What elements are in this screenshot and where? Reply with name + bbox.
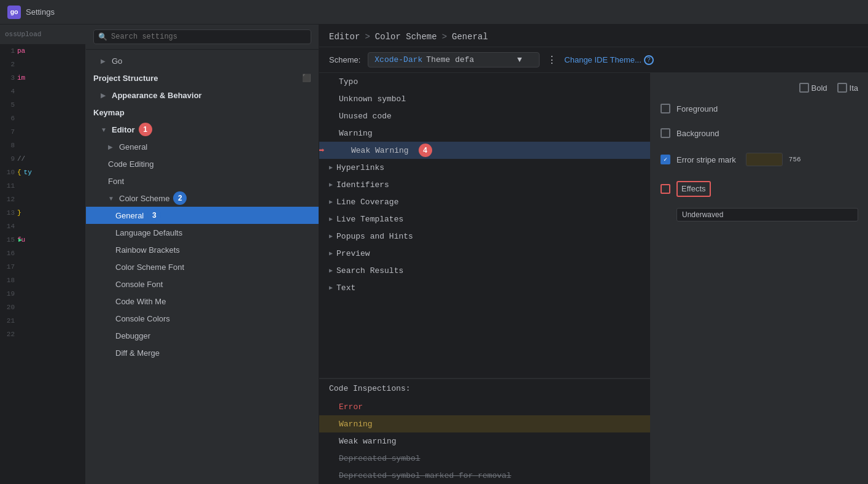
list-scroll: Typo Unknown symbol Unused code Warning bbox=[319, 73, 650, 378]
window-title: Settings bbox=[26, 7, 55, 17]
error-stripe-color[interactable] bbox=[746, 153, 783, 166]
code-line-3: 3 im bbox=[0, 71, 85, 85]
more-options-icon[interactable]: ⋮ bbox=[547, 54, 557, 66]
expand-icon: ▶ bbox=[329, 215, 333, 223]
sidebar-item-code-editing[interactable]: Code Editing bbox=[86, 155, 319, 172]
error-stripe-checkbox[interactable] bbox=[661, 155, 670, 164]
list-item-typo[interactable]: Typo bbox=[319, 73, 650, 90]
code-line-10: 10 { ty bbox=[0, 166, 85, 179]
sidebar-item-keymap[interactable]: Keymap bbox=[86, 104, 319, 121]
list-item-weak-warning[interactable]: ➡ Weak Warning 4 bbox=[319, 142, 650, 159]
code-line-21: 21 bbox=[0, 314, 85, 328]
code-line-22: 22 bbox=[0, 328, 85, 341]
list-panel: Typo Unknown symbol Unused code Warning bbox=[319, 73, 651, 484]
code-line-9: 9 // bbox=[0, 152, 85, 166]
code-line-6: 6 bbox=[0, 112, 85, 125]
list-item-text[interactable]: ▶ Text bbox=[319, 279, 650, 296]
background-checkbox[interactable] bbox=[661, 128, 670, 138]
expand-icon: ▶ bbox=[329, 198, 333, 206]
expand-icon: ▶ bbox=[329, 181, 333, 188]
list-item-search-results[interactable]: ▶ Search Results bbox=[319, 262, 650, 279]
sidebar-item-general[interactable]: ▶ General bbox=[86, 138, 319, 155]
sidebar-item-go[interactable]: ▶ Go bbox=[86, 52, 319, 69]
inspection-deprecated2[interactable]: Deprecated symbol marked for removal bbox=[319, 467, 650, 484]
code-line-18: 18 bbox=[0, 274, 85, 287]
list-item-identifiers[interactable]: ▶ Identifiers bbox=[319, 176, 650, 193]
list-item-unused-code[interactable]: Unused code bbox=[319, 107, 650, 125]
expand-icon: ▶ bbox=[329, 232, 333, 240]
sidebar-item-appearance[interactable]: ▶ Appearance & Behavior bbox=[86, 86, 319, 104]
code-inspections-header: Code Inspections: bbox=[319, 378, 650, 398]
effects-label-box: Effects bbox=[676, 181, 711, 197]
sidebar-item-editor[interactable]: ▼ Editor 1 bbox=[86, 121, 319, 138]
props-panel: Bold Ita Foreground bbox=[651, 73, 868, 484]
list-item-preview[interactable]: ▶ Preview bbox=[319, 245, 650, 262]
foreground-row: Foreground bbox=[661, 100, 858, 117]
effects-dropdown[interactable]: Underwaved bbox=[676, 208, 858, 221]
sidebar-item-code-with-me[interactable]: Code With Me bbox=[86, 293, 319, 310]
code-line-2: 2 bbox=[0, 58, 85, 71]
breadcrumb-general: General bbox=[452, 32, 488, 42]
code-sidebar: ossUpload 1 pa 2 3 im 4 5 6 7 8 9 // bbox=[0, 25, 86, 484]
change-theme-link[interactable]: Change IDE Theme... ? bbox=[564, 55, 654, 65]
italic-checkbox[interactable] bbox=[837, 83, 847, 93]
code-line-7: 7 bbox=[0, 125, 85, 139]
breadcrumb: Editor > Color Scheme > General bbox=[319, 25, 868, 47]
badge-1: 1 bbox=[139, 123, 152, 136]
inspection-error[interactable]: Error bbox=[319, 398, 650, 415]
sidebar-item-font[interactable]: Font bbox=[86, 172, 319, 190]
nav-scroll: ▶ Go Project Structure ⬛ ▶ Appearance & … bbox=[86, 50, 319, 484]
sidebar-item-console-colors[interactable]: Console Colors bbox=[86, 310, 319, 327]
arrow-icon: ➡ bbox=[319, 144, 325, 157]
sidebar-item-color-scheme-font[interactable]: Color Scheme Font bbox=[86, 258, 319, 275]
nav-tree: 🔍 ▶ Go Project Structure ⬛ ▶ Appearance … bbox=[86, 25, 319, 484]
scheme-row: Scheme: Xcode-Dark Theme defa ▼ ⋮ Change… bbox=[319, 47, 868, 73]
error-stripe-row: Error stripe mark 756 bbox=[661, 149, 858, 170]
sidebar-item-debugger[interactable]: Debugger bbox=[86, 327, 319, 344]
expand-icon: ▼ bbox=[101, 126, 108, 133]
list-item-warning[interactable]: Warning bbox=[319, 125, 650, 142]
sidebar-item-color-scheme[interactable]: ▼ Color Scheme 2 bbox=[86, 190, 319, 207]
inspection-warning[interactable]: Warning bbox=[319, 415, 650, 432]
background-label: Background bbox=[676, 129, 719, 138]
code-line-4: 4 bbox=[0, 85, 85, 98]
breadcrumb-sep-2: > bbox=[442, 32, 447, 42]
sidebar-item-diff-merge[interactable]: Diff & Merge bbox=[86, 344, 319, 361]
code-line-15: 15 ▶ fu bbox=[0, 233, 85, 247]
sidebar-item-console-font[interactable]: Console Font bbox=[86, 275, 319, 293]
sidebar-item-language-defaults[interactable]: Language Defaults bbox=[86, 224, 319, 241]
scheme-dropdown[interactable]: Xcode-Dark Theme defa ▼ bbox=[368, 52, 540, 67]
expand-icon: ▶ bbox=[101, 58, 108, 64]
foreground-label: Foreground bbox=[676, 104, 718, 113]
italic-label: Ita bbox=[850, 83, 858, 93]
expand-icon: ▶ bbox=[329, 250, 333, 257]
list-item-hyperlinks[interactable]: ▶ Hyperlinks bbox=[319, 159, 650, 176]
inspection-weak[interactable]: Weak warning bbox=[319, 432, 650, 450]
list-item-line-coverage[interactable]: ▶ Line Coverage bbox=[319, 193, 650, 210]
list-item-popups-hints[interactable]: ▶ Popups and Hints bbox=[319, 228, 650, 245]
bold-checkbox[interactable] bbox=[799, 83, 809, 93]
search-input[interactable] bbox=[93, 29, 311, 44]
color-value: 756 bbox=[789, 156, 801, 163]
sidebar-item-rainbow-brackets[interactable]: Rainbow Brackets bbox=[86, 241, 319, 258]
effects-dropdown-wrap: Underwaved bbox=[661, 208, 858, 221]
breadcrumb-editor: Editor bbox=[329, 32, 360, 42]
code-line-14: 14 bbox=[0, 220, 85, 233]
foreground-checkbox[interactable] bbox=[661, 104, 670, 113]
effects-row: Effects bbox=[661, 177, 858, 201]
code-inspections-section: Code Inspections: Error Warning Weak war… bbox=[319, 378, 650, 484]
list-item-unknown-symbol[interactable]: Unknown symbol bbox=[319, 90, 650, 107]
code-line-16: 16 bbox=[0, 247, 85, 260]
code-line-8: 8 bbox=[0, 139, 85, 152]
search-icon: 🔍 bbox=[98, 33, 107, 42]
code-line-11: 11 bbox=[0, 179, 85, 193]
expand-icon: ▼ bbox=[108, 195, 115, 202]
effects-checkbox[interactable] bbox=[661, 184, 670, 194]
code-line-5: 5 bbox=[0, 98, 85, 112]
sidebar-item-project-structure[interactable]: Project Structure ⬛ bbox=[86, 69, 319, 86]
sidebar-item-cs-general[interactable]: General 3 bbox=[86, 207, 319, 224]
maximize-icon[interactable]: ⬛ bbox=[302, 74, 311, 82]
list-item-live-templates[interactable]: ▶ Live Templates bbox=[319, 210, 650, 228]
inspection-deprecated[interactable]: Deprecated symbol bbox=[319, 450, 650, 467]
content-area: Editor > Color Scheme > General Scheme: … bbox=[319, 25, 868, 484]
